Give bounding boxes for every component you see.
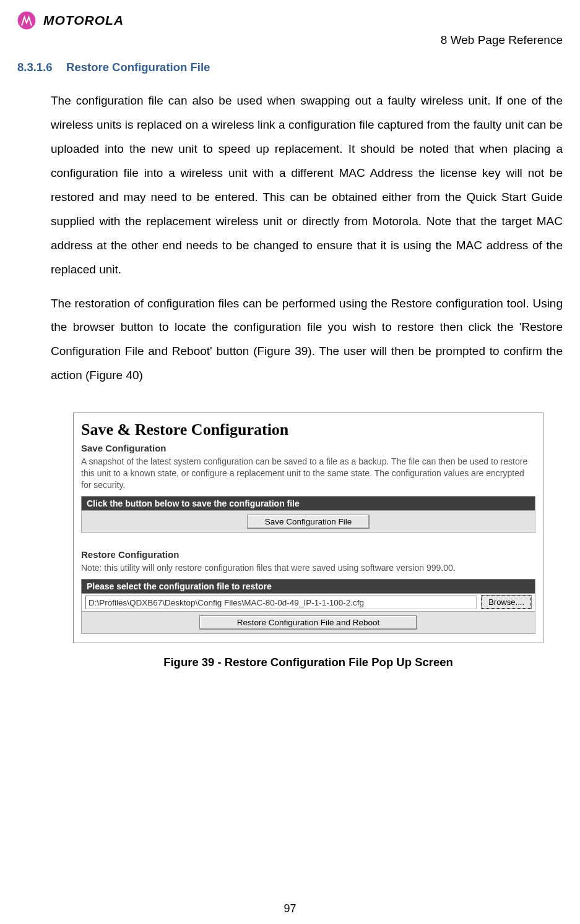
page-number: 97: [0, 902, 580, 915]
save-instruction-bar: Click the button below to save the confi…: [81, 496, 535, 510]
section-number: 8.3.1.6: [17, 61, 53, 74]
restore-config-note: Note: this utility will only restore con…: [81, 562, 535, 574]
paragraph-1: The configuration file can also be used …: [51, 89, 563, 282]
section-heading: 8.3.1.6 Restore Configuration File: [17, 61, 563, 74]
file-select-row: D:\Profiles\QDXB67\Desktop\Config Files\…: [81, 593, 535, 612]
document-header: MOTOROLA: [17, 11, 563, 30]
file-path-input[interactable]: D:\Profiles\QDXB67\Desktop\Config Files\…: [85, 596, 477, 609]
figure-39: Save & Restore Configuration Save Config…: [73, 413, 543, 669]
brand-name: MOTOROLA: [43, 13, 124, 28]
svg-point-0: [18, 12, 36, 30]
save-configuration-button[interactable]: Save Configuration File: [247, 515, 370, 529]
paragraph-2: The restoration of configuration files c…: [51, 292, 563, 388]
screenshot-title: Save & Restore Configuration: [81, 421, 535, 439]
save-config-description: A snapshot of the latest system configur…: [81, 456, 535, 491]
motorola-logo-icon: [17, 11, 36, 30]
restore-instruction-bar: Please select the configuration file to …: [81, 579, 535, 593]
save-config-heading: Save Configuration: [81, 443, 535, 453]
save-button-row: Save Configuration File: [81, 510, 535, 533]
body-content: The configuration file can also be used …: [51, 89, 563, 388]
figure-caption: Figure 39 - Restore Configuration File P…: [73, 656, 543, 669]
breadcrumb: 8 Web Page Reference: [17, 33, 563, 47]
browse-button[interactable]: Browse....: [482, 596, 531, 609]
restore-and-reboot-button[interactable]: Restore Configuration File and Reboot: [199, 615, 417, 630]
restore-config-heading: Restore Configuration: [81, 549, 535, 560]
screenshot-container: Save & Restore Configuration Save Config…: [73, 413, 543, 643]
restore-button-row: Restore Configuration File and Reboot: [81, 612, 535, 634]
section-title: Restore Configuration File: [66, 61, 210, 74]
